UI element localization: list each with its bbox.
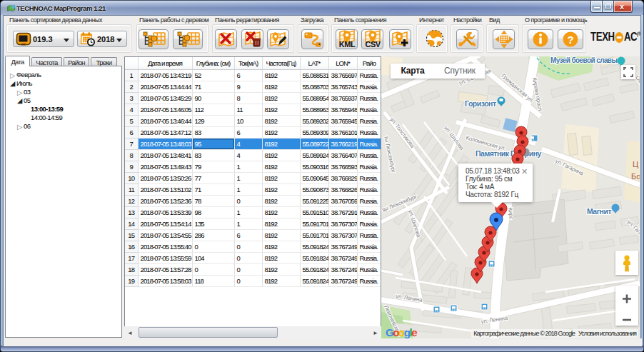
svg-text:Ц: Ц <box>633 160 638 169</box>
svg-text:CSV: CSV <box>365 40 381 49</box>
svg-text:Магнит: Магнит <box>587 207 611 216</box>
svg-text:KML: KML <box>338 40 355 49</box>
svg-text:?: ? <box>567 34 573 46</box>
svg-text:Музей боевой славы: Музей боевой славы <box>550 56 617 64</box>
svg-text:Кирс: Кирс <box>507 207 515 220</box>
svg-text:Памятник Гагарину: Памятник Гагарину <box>476 149 541 158</box>
svg-text:Бо: Бо <box>631 172 640 181</box>
svg-text:Горизонт: Горизонт <box>465 99 496 108</box>
